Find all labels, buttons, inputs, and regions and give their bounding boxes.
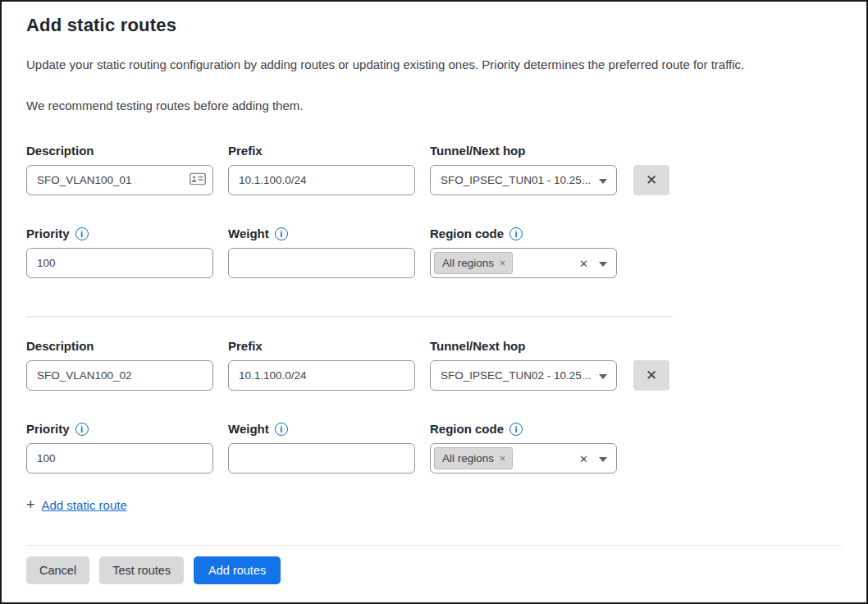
prefix-input[interactable]	[228, 165, 415, 195]
tunnel-field-group: Tunnel/Next hop SFO_IPSEC_TUN01 - 10.25.…	[430, 144, 617, 195]
chevron-down-icon	[599, 262, 607, 267]
info-icon[interactable]: i	[509, 423, 523, 436]
add-static-route-link[interactable]: Add static route	[42, 498, 127, 512]
description-label: Description	[26, 339, 213, 353]
chip-remove-icon[interactable]: ×	[500, 453, 505, 464]
route-entry-1: Description Prefix	[26, 144, 842, 278]
footer-buttons: Cancel Test routes Add routes	[26, 556, 842, 584]
intro-text: Update your static routing configuration…	[26, 56, 842, 73]
description-field-group: Description	[26, 339, 213, 391]
region-label: Region code	[430, 422, 504, 436]
info-icon[interactable]: i	[275, 227, 288, 240]
priority-label: Priority	[26, 422, 70, 436]
tunnel-select[interactable]: SFO_IPSEC_TUN01 - 10.25...	[430, 165, 617, 195]
remove-route-button[interactable]: ✕	[633, 165, 669, 195]
priority-input[interactable]	[26, 248, 213, 278]
add-static-route-row: + Add static route	[26, 496, 842, 514]
cancel-button[interactable]: Cancel	[26, 556, 89, 584]
prefix-label: Prefix	[228, 144, 415, 158]
prefix-field-group: Prefix	[228, 144, 415, 195]
weight-label: Weight	[228, 226, 269, 240]
priority-label: Priority	[26, 226, 70, 240]
region-label: Region code	[430, 226, 504, 240]
tunnel-label: Tunnel/Next hop	[430, 339, 617, 353]
chip-remove-icon[interactable]: ×	[500, 258, 505, 269]
prefix-field-group: Prefix	[228, 339, 415, 391]
priority-field-group: Priority i	[26, 226, 213, 278]
tunnel-field-group: Tunnel/Next hop SFO_IPSEC_TUN02 - 10.25.…	[430, 339, 617, 391]
route-entry-2: Description Prefix Tunnel/Next hop SFO_I…	[26, 339, 842, 474]
tunnel-select-value: SFO_IPSEC_TUN02 - 10.25...	[441, 369, 591, 382]
info-icon[interactable]: i	[75, 227, 89, 240]
weight-label: Weight	[228, 422, 269, 436]
info-icon[interactable]: i	[75, 423, 89, 436]
description-label: Description	[26, 144, 213, 158]
priority-field-group: Priority i	[26, 422, 213, 474]
tunnel-select[interactable]: SFO_IPSEC_TUN02 - 10.25...	[430, 360, 617, 391]
description-input[interactable]	[26, 165, 213, 195]
page-title: Add static routes	[26, 15, 842, 36]
region-chip: All regions ×	[434, 447, 513, 469]
region-field-group: Region code i All regions × ✕	[430, 226, 617, 278]
test-routes-button[interactable]: Test routes	[99, 556, 184, 584]
region-chip-label: All regions	[442, 257, 494, 269]
add-static-routes-dialog: Add static routes Update your static rou…	[2, 2, 866, 584]
weight-field-group: Weight i	[228, 422, 415, 474]
region-select[interactable]: All regions × ✕	[430, 443, 617, 474]
close-icon: ✕	[646, 172, 657, 189]
add-routes-button[interactable]: Add routes	[194, 556, 281, 584]
plus-icon: +	[26, 496, 35, 514]
tunnel-select-value: SFO_IPSEC_TUN01 - 10.25...	[441, 174, 591, 186]
description-field-group: Description	[26, 144, 213, 195]
recommendation-text: We recommend testing routes before addin…	[26, 97, 842, 114]
region-field-group: Region code i All regions × ✕	[430, 422, 617, 474]
clear-icon[interactable]: ✕	[579, 257, 588, 269]
prefix-input[interactable]	[228, 360, 415, 391]
close-icon: ✕	[646, 367, 657, 384]
route-divider	[26, 316, 673, 318]
clear-icon[interactable]: ✕	[579, 452, 588, 464]
footer-divider	[26, 545, 842, 546]
info-icon[interactable]: i	[275, 423, 288, 436]
region-select[interactable]: All regions × ✕	[430, 248, 617, 278]
remove-route-button[interactable]: ✕	[633, 360, 669, 391]
region-chip-label: All regions	[442, 452, 494, 464]
weight-field-group: Weight i	[228, 226, 415, 278]
weight-input[interactable]	[228, 443, 415, 474]
chevron-down-icon	[599, 457, 607, 462]
region-chip: All regions ×	[434, 252, 513, 274]
tunnel-label: Tunnel/Next hop	[430, 144, 617, 158]
priority-input[interactable]	[26, 443, 213, 474]
description-input[interactable]	[26, 360, 213, 391]
chevron-down-icon	[599, 179, 607, 184]
chevron-down-icon	[599, 374, 607, 379]
info-icon[interactable]: i	[509, 227, 523, 240]
weight-input[interactable]	[228, 248, 415, 278]
prefix-label: Prefix	[228, 339, 415, 353]
